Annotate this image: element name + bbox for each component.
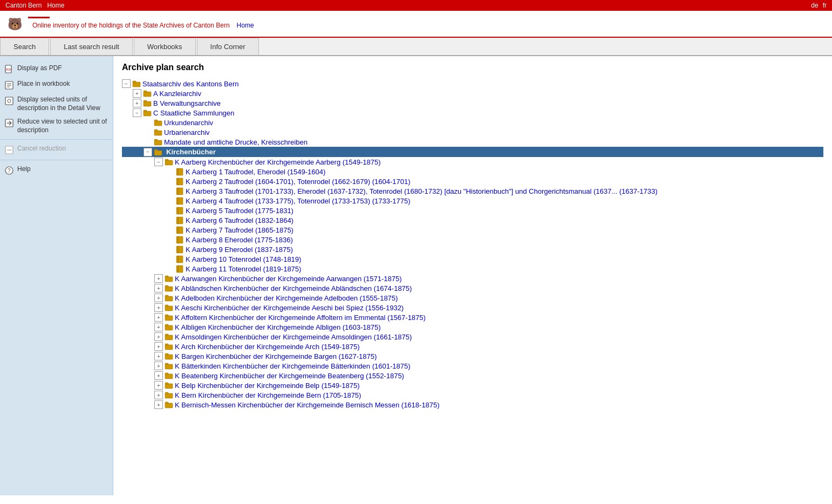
tree-toggle-ablandschen-group[interactable]: + — [154, 284, 163, 292]
tab-search[interactable]: Search — [0, 38, 49, 55]
svg-rect-44 — [176, 217, 183, 224]
svg-rect-22 — [144, 111, 151, 116]
sidebar-item-pdf[interactable]: PDF Display as PDF — [0, 62, 113, 77]
tree-toggle-bernisch-messen-group[interactable]: + — [154, 400, 163, 409]
tree-row-kanzleiarchiv[interactable]: +A Kanzleiarchiv — [122, 88, 823, 98]
svg-rect-54 — [176, 265, 183, 273]
tree-row-aarberg-group[interactable]: −K Aarberg Kirchenbücher der Kirchgemein… — [122, 157, 823, 167]
tree-row-aarberg-8[interactable]: K Aarberg 8 Eherodel (1775-1836) — [122, 235, 823, 244]
tree-toggle-aarberg-group[interactable]: − — [154, 158, 163, 166]
tree-row-albligen-group[interactable]: +K Albligen Kirchenbücher der Kirchgemei… — [122, 322, 823, 332]
folder-closed-icon-albligen-group — [165, 323, 173, 331]
tree-row-bernisch-messen-group[interactable]: +K Bernisch-Messen Kirchenbücher der Kir… — [122, 400, 823, 410]
svg-rect-48 — [176, 236, 183, 243]
sidebar-item-help[interactable]: ? Help — [0, 162, 113, 178]
book-icon-aarberg-3 — [175, 187, 184, 195]
tree-row-staatsarchiv[interactable]: −Staatsarchiv des Kantons Bern — [122, 79, 823, 88]
tree-row-aeschi-group[interactable]: +K Aeschi Kirchenbücher der Kirchgemeind… — [122, 303, 823, 312]
tree-toggle-kirchenbuecher[interactable]: − — [144, 148, 152, 156]
tree-row-beatenberg-group[interactable]: +K Beatenberg Kirchenbücher der Kirchgem… — [122, 371, 823, 380]
tree-row-mandate[interactable]: Mandate und amtliche Drucke, Kreisschrei… — [122, 137, 823, 147]
tree-row-aarberg-4[interactable]: K Aarberg 4 Taufrodel (1733-1775), Toten… — [122, 196, 823, 206]
tree-label-aarberg-3: K Aarberg 3 Taufrodel (1701-1733), Ehero… — [186, 187, 658, 195]
home-link-header[interactable]: Home — [237, 22, 254, 29]
tree-row-affoltern-group[interactable]: +K Affoltern Kirchenbücher der Kirchgeme… — [122, 312, 823, 322]
tree-toggle-beatenberg-group[interactable]: + — [154, 371, 163, 380]
svg-rect-75 — [165, 363, 168, 365]
svg-rect-67 — [165, 324, 168, 326]
tree-row-kirchenbuecher[interactable]: −Kirchenbücher — [122, 147, 823, 157]
sidebar-divider — [0, 139, 113, 140]
tree-row-batterkinden-group[interactable]: +K Bätterkinden Kirchenbücher der Kirchg… — [122, 361, 823, 371]
tree-row-aarberg-6[interactable]: K Aarberg 6 Taufrodel (1832-1864) — [122, 215, 823, 225]
tab-last-search[interactable]: Last search result — [50, 38, 133, 55]
tree-label-verwaltungsarchive: B Verwaltungsarchive — [153, 99, 221, 107]
tree-row-arch-group[interactable]: +K Arch Kirchenbücher der Kirchgemeinde … — [122, 342, 823, 351]
tree-toggle-adelboden-group[interactable]: + — [154, 294, 163, 302]
tree-toggle-bern-group[interactable]: + — [154, 391, 163, 399]
tree-toggle-staatliche-sammlungen[interactable]: − — [133, 108, 141, 117]
sidebar-divider-2 — [0, 160, 113, 160]
tree-row-aarberg-10[interactable]: K Aarberg 10 Totenrodel (1748-1819) — [122, 254, 823, 264]
sidebar-item-workbook[interactable]: Place in workbook — [0, 77, 113, 93]
tree-row-belp-group[interactable]: +K Belp Kirchenbücher der Kirchgemeinde … — [122, 380, 823, 390]
tree-row-adelboden-group[interactable]: +K Adelboden Kirchenbücher der Kirchgeme… — [122, 293, 823, 303]
tree-toggle-kanzleiarchiv[interactable]: + — [133, 89, 141, 98]
book-icon-aarberg-2 — [175, 177, 184, 186]
lang-de[interactable]: de — [811, 2, 818, 9]
tree-toggle-amsoldingen-group[interactable]: + — [154, 332, 163, 341]
tree-row-bargen-group[interactable]: +K Bargen Kirchenbücher der Kirchgemeind… — [122, 351, 823, 361]
content-title: Archive plan search — [122, 63, 823, 72]
folder-closed-icon-verwaltungsarchive — [143, 99, 152, 107]
tree-toggle-affoltern-group[interactable]: + — [154, 313, 163, 322]
tree-toggle-albligen-group[interactable]: + — [154, 323, 163, 331]
tree-row-bern-group[interactable]: +K Bern Kirchenbücher der Kirchgemeinde … — [122, 390, 823, 400]
tree-toggle-verwaltungsarchive[interactable]: + — [133, 99, 141, 107]
tree-toggle-bargen-group[interactable]: + — [154, 352, 163, 360]
tree-row-aarberg-1[interactable]: K Aarberg 1 Taufrodel, Eherodel (1549-16… — [122, 167, 823, 176]
tree-label-aarberg-7: K Aarberg 7 Taufrodel (1865-1875) — [186, 226, 294, 234]
tree-row-ablandschen-group[interactable]: +K Abländschen Kirchenbücher der Kirchge… — [122, 283, 823, 293]
tree-row-aarberg-9[interactable]: K Aarberg 9 Eherodel (1837-1875) — [122, 244, 823, 254]
top-bar: Canton Bern Home de fr — [0, 0, 832, 11]
tree-toggle-staatsarchiv[interactable]: − — [122, 79, 131, 88]
folder-closed-icon-aeschi-group — [165, 303, 173, 312]
tree-row-aarberg-11[interactable]: K Aarberg 11 Totenrodel (1819-1875) — [122, 264, 823, 274]
home-link-topbar[interactable]: Home — [47, 2, 64, 9]
tree-row-urbarienarchiv[interactable]: Urbarienarchiv — [122, 127, 823, 137]
tree-row-aarberg-5[interactable]: K Aarberg 5 Taufrodel (1775-1831) — [122, 206, 823, 215]
tree-row-aarberg-3[interactable]: K Aarberg 3 Taufrodel (1701-1733), Ehero… — [122, 186, 823, 196]
tree-toggle-batterkinden-group[interactable]: + — [154, 362, 163, 370]
book-icon-aarberg-11 — [175, 264, 184, 273]
tree-row-verwaltungsarchive[interactable]: +B Verwaltungsarchive — [122, 98, 823, 108]
tree-label-aarberg-8: K Aarberg 8 Eherodel (1775-1836) — [186, 236, 293, 244]
tree-label-kanzleiarchiv: A Kanzleiarchiv — [153, 90, 201, 98]
tree-label-aarberg-5: K Aarberg 5 Taufrodel (1775-1831) — [186, 207, 294, 215]
book-icon-aarberg-7 — [175, 226, 184, 234]
tree-row-urkundenarchiv[interactable]: Urkundenarchiv — [122, 118, 823, 127]
svg-rect-46 — [176, 227, 183, 234]
tree-toggle-belp-group[interactable]: + — [154, 381, 163, 390]
tree-row-aarberg-2[interactable]: K Aarberg 2 Taufrodel (1604-1701), Toten… — [122, 176, 823, 186]
tree-row-staatliche-sammlungen[interactable]: −C Staatliche Sammlungen — [122, 108, 823, 118]
tree-row-aarberg-7[interactable]: K Aarberg 7 Taufrodel (1865-1875) — [122, 225, 823, 235]
book-icon-aarberg-4 — [175, 196, 184, 205]
tree-toggle-aeschi-group[interactable]: + — [154, 303, 163, 312]
tab-info-corner[interactable]: Info Corner — [197, 38, 259, 55]
tree-label-aarberg-9: K Aarberg 9 Eherodel (1837-1875) — [186, 246, 293, 254]
sidebar-item-reduce[interactable]: Reduce view to selected unit of descript… — [0, 115, 113, 137]
tree-toggle-aarwangen-group[interactable]: + — [154, 274, 163, 283]
tree-toggle-arch-group[interactable]: + — [154, 342, 163, 351]
tree-label-belp-group: K Belp Kirchenbücher der Kirchgemeinde B… — [175, 382, 360, 390]
sidebar-item-detail[interactable]: Display selected units of description in… — [0, 93, 113, 115]
tab-workbooks[interactable]: Workbooks — [134, 38, 196, 55]
canton-bern-link[interactable]: Canton Bern — [5, 2, 42, 9]
book-icon-aarberg-8 — [175, 235, 184, 244]
svg-rect-17 — [133, 81, 136, 83]
svg-rect-8 — [5, 97, 13, 105]
tree-label-urkundenarchiv: Urkundenarchiv — [164, 119, 213, 127]
tree-row-amsoldingen-group[interactable]: +K Amsoldingen Kirchenbücher der Kirchge… — [122, 332, 823, 342]
tree-row-aarwangen-group[interactable]: +K Aarwangen Kirchenbücher der Kirchgeme… — [122, 274, 823, 283]
svg-rect-18 — [144, 92, 151, 97]
lang-fr[interactable]: fr — [823, 2, 827, 9]
